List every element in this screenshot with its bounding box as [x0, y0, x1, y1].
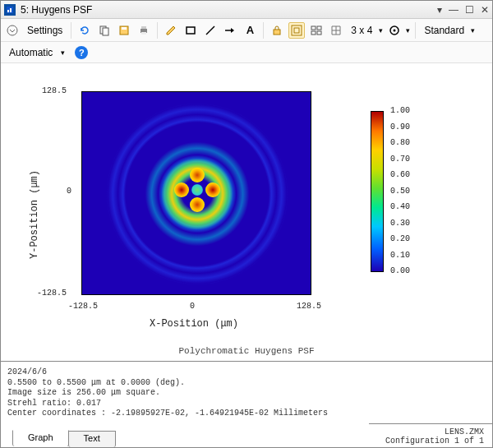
svg-rect-19: [317, 26, 321, 30]
content-area: Y-Position (μm) X-Position (μm) 128.5 0 …: [1, 63, 492, 447]
window-list-icon[interactable]: [308, 22, 325, 39]
pencil-icon[interactable]: [163, 22, 179, 39]
maximize-button[interactable]: ☐: [465, 5, 474, 15]
settings-button[interactable]: Settings: [24, 25, 66, 36]
app-icon: [4, 4, 16, 16]
refresh-icon[interactable]: [76, 22, 93, 39]
help-icon[interactable]: ?: [75, 46, 88, 59]
dropdown-caret-icon[interactable]: ▾: [471, 26, 475, 35]
close-button[interactable]: ✕: [481, 5, 489, 15]
colorbar-tick: 0.90: [390, 122, 410, 132]
dropdown-caret-icon[interactable]: ▾: [406, 26, 410, 35]
info-right: LENS.ZMX Configuration 1 of 1: [369, 423, 492, 447]
window-controls: ▾ — ☐ ✕: [437, 5, 489, 15]
svg-rect-2: [7, 10, 9, 12]
svg-rect-10: [141, 26, 146, 29]
toolbar-secondary: Automatic ▾ ?: [1, 42, 492, 63]
y-axis-label: Y-Position (μm): [29, 170, 40, 259]
mode-select[interactable]: Standard: [421, 25, 468, 36]
target-icon[interactable]: [386, 22, 403, 39]
y-tick-label: 128.5: [42, 86, 67, 95]
colorbar-tick: 0.10: [390, 251, 410, 260]
grid-size-select[interactable]: 3 x 4: [348, 25, 376, 36]
dropdown-caret-icon[interactable]: ▾: [379, 26, 383, 35]
colorbar-tick: 0.00: [390, 266, 410, 275]
colorbar-tick: 0.30: [390, 219, 410, 228]
tab-text[interactable]: Text: [68, 431, 116, 447]
svg-point-4: [7, 25, 17, 35]
colorbar-tick: 0.80: [390, 138, 410, 147]
line-icon[interactable]: [202, 22, 219, 39]
svg-line-13: [206, 26, 214, 35]
dropdown-caret-icon[interactable]: ▾: [61, 48, 65, 57]
colorbar-tick: 0.20: [390, 234, 410, 243]
arrow-icon[interactable]: [222, 22, 238, 39]
x-tick-label: -128.5: [68, 302, 98, 311]
info-strehl: Strehl ratio: 0.017: [7, 399, 486, 409]
colorbar-tick: 0.50: [390, 187, 410, 196]
svg-rect-20: [311, 31, 316, 35]
print-icon[interactable]: [136, 22, 152, 39]
info-block: 2024/6/6 0.5500 to 0.5500 μm at 0.0000 (…: [7, 367, 486, 419]
colorbar-tick: 0.60: [390, 170, 410, 179]
text-tool-icon[interactable]: A: [242, 22, 258, 39]
save-icon[interactable]: [116, 22, 132, 39]
svg-point-23: [394, 29, 396, 31]
svg-rect-16: [292, 25, 302, 35]
view-tabs: Graph Text: [12, 431, 115, 447]
x-tick-label: 128.5: [297, 302, 321, 311]
psf-heatmap[interactable]: [81, 91, 311, 295]
expand-icon[interactable]: [4, 22, 21, 39]
colorbar-tick: 1.00: [390, 106, 410, 115]
colorbar-tick: 0.40: [390, 202, 410, 211]
zoom-extents-icon[interactable]: [288, 22, 305, 39]
info-image-size: Image size is 256.00 μm square.: [7, 388, 486, 399]
svg-rect-21: [317, 31, 321, 35]
info-center: Center coordinates : -2.19895927E-02, -1…: [7, 409, 486, 419]
svg-rect-15: [274, 30, 280, 35]
copy-icon[interactable]: [96, 22, 113, 39]
colorbar: [371, 111, 384, 272]
dropdown-icon[interactable]: ▾: [437, 5, 442, 15]
title-bar: 5: Huygens PSF ▾ — ☐ ✕: [1, 1, 492, 19]
svg-rect-11: [141, 32, 146, 35]
colorbar-tick: 0.70: [390, 155, 410, 164]
svg-rect-18: [311, 26, 316, 30]
toolbar-main: Settings A 3 x 4 ▾ ▾ Standard ▾: [1, 19, 492, 42]
svg-rect-3: [10, 8, 12, 12]
rect-icon[interactable]: [182, 22, 199, 39]
y-tick-label: 0: [67, 187, 71, 196]
plot-area: Y-Position (μm) X-Position (μm) 128.5 0 …: [1, 63, 492, 343]
automatic-select[interactable]: Automatic: [6, 47, 56, 58]
y-tick-label: -128.5: [37, 289, 67, 298]
svg-rect-8: [122, 27, 127, 30]
minimize-button[interactable]: —: [449, 5, 458, 15]
config-line: Configuration 1 of 1: [385, 436, 484, 446]
svg-rect-17: [294, 28, 299, 33]
x-axis-label: X-Position (μm): [75, 318, 313, 330]
svg-rect-6: [103, 28, 108, 35]
info-date: 2024/6/6: [7, 367, 486, 378]
x-tick-label: 0: [190, 302, 195, 311]
lens-file: LENS.ZMX: [385, 427, 484, 436]
tab-graph[interactable]: Graph: [12, 430, 69, 446]
plot-caption: Polychromatic Huygens PSF: [1, 343, 492, 362]
info-wavelength: 0.5500 to 0.5500 μm at 0.0000 (deg).: [7, 378, 486, 389]
lock-icon[interactable]: [269, 22, 285, 39]
grid-lines-icon[interactable]: [328, 22, 344, 39]
svg-rect-12: [187, 27, 195, 34]
window-title: 5: Huygens PSF: [21, 4, 437, 16]
